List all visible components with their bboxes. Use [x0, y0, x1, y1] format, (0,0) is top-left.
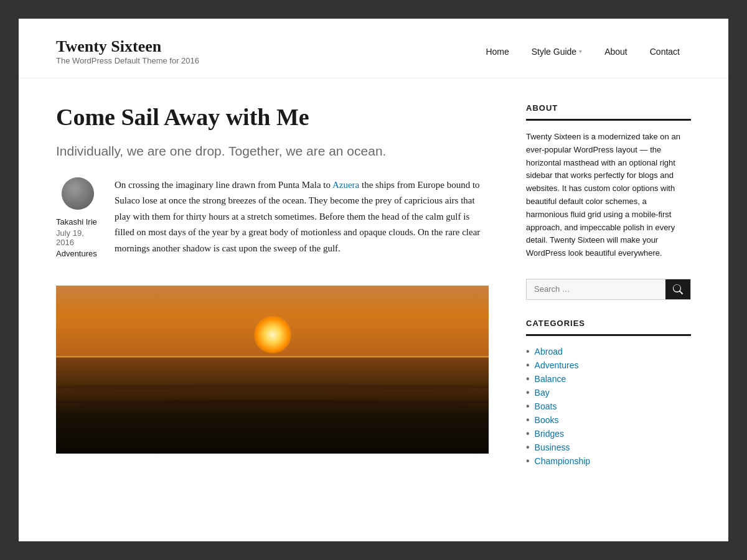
- category-link[interactable]: Bridges: [535, 429, 564, 439]
- nav-item-about[interactable]: About: [593, 40, 639, 63]
- water-reflection: [56, 358, 489, 454]
- post-body-row: Takashi Irie July 19, 2016 Adventures On…: [56, 177, 489, 271]
- search-form[interactable]: [526, 279, 691, 300]
- site-header: Twenty Sixteen The WordPress Default The…: [19, 19, 728, 78]
- category-link[interactable]: Bay: [535, 388, 550, 398]
- nav-link-contact[interactable]: Contact: [639, 40, 691, 63]
- list-item: •Abroad: [526, 346, 691, 357]
- site-branding: Twenty Sixteen The WordPress Default The…: [56, 37, 199, 65]
- nav-item-contact[interactable]: Contact: [639, 40, 691, 63]
- sun-glow: [254, 316, 291, 353]
- nav-link-about[interactable]: About: [593, 40, 639, 63]
- list-item: •Business: [526, 442, 691, 453]
- post-image: [56, 286, 489, 454]
- horizon-line: [56, 356, 489, 357]
- post-title: Come Sail Away with Me: [56, 103, 489, 132]
- category-bullet: •: [526, 414, 530, 426]
- category-link[interactable]: Balance: [535, 374, 566, 384]
- post-meta: Takashi Irie July 19, 2016 Adventures: [56, 215, 100, 258]
- post-body: On crossing the imaginary line drawn fro…: [115, 177, 489, 271]
- search-input[interactable]: [527, 279, 665, 299]
- search-button[interactable]: [665, 279, 690, 299]
- list-item: •Bridges: [526, 428, 691, 439]
- post-body-text-before-link: On crossing the imaginary line drawn fro…: [115, 180, 332, 190]
- category-bullet: •: [526, 387, 530, 398]
- avatar-image: [62, 177, 94, 210]
- nav-link-home[interactable]: Home: [474, 40, 520, 63]
- list-item: •Boats: [526, 401, 691, 412]
- category-link[interactable]: Boats: [535, 401, 557, 411]
- list-item: •Bay: [526, 387, 691, 398]
- nav-item-style-guide[interactable]: Style Guide ▾: [520, 40, 593, 63]
- category-link[interactable]: Championship: [535, 456, 591, 466]
- list-item: •Books: [526, 414, 691, 426]
- category-link[interactable]: Abroad: [535, 347, 563, 357]
- sidebar-about-text: Twenty Sixteen is a modernized take on a…: [526, 131, 691, 260]
- category-bullet: •: [526, 455, 530, 467]
- nav-item-home[interactable]: Home: [474, 40, 520, 63]
- sidebar-categories-title: CATEGORIES: [526, 319, 691, 336]
- main-content: Come Sail Away with Me Individually, we …: [56, 103, 489, 485]
- main-nav: Home Style Guide ▾ About Contact: [474, 40, 691, 63]
- site-content: Come Sail Away with Me Individually, we …: [19, 78, 728, 510]
- sidebar-about-section: ABOUT Twenty Sixteen is a modernized tak…: [526, 103, 691, 260]
- post-date: July 19, 2016: [56, 228, 100, 247]
- category-link[interactable]: Books: [535, 415, 559, 425]
- site-description: The WordPress Default Theme for 2016: [56, 56, 199, 65]
- page-frame: Twenty Sixteen The WordPress Default The…: [19, 19, 728, 541]
- list-item: •Adventures: [526, 360, 691, 371]
- category-link[interactable]: Adventures: [535, 360, 579, 370]
- nav-link-style-guide[interactable]: Style Guide ▾: [520, 40, 593, 63]
- azuera-link[interactable]: Azuera: [332, 180, 359, 190]
- post-article: Come Sail Away with Me Individually, we …: [56, 103, 489, 454]
- category-link[interactable]: Business: [535, 442, 570, 452]
- chevron-down-icon: ▾: [579, 48, 582, 55]
- categories-list: •Abroad•Adventures•Balance•Bay•Boats•Boo…: [526, 346, 691, 467]
- sidebar: ABOUT Twenty Sixteen is a modernized tak…: [526, 103, 691, 485]
- post-category: Adventures: [56, 249, 100, 258]
- author-name: Takashi Irie: [56, 217, 100, 226]
- search-icon: [673, 284, 683, 294]
- category-bullet: •: [526, 428, 530, 439]
- site-title: Twenty Sixteen: [56, 37, 199, 56]
- category-bullet: •: [526, 373, 530, 385]
- wave1: [56, 385, 489, 390]
- list-item: •Balance: [526, 373, 691, 385]
- category-bullet: •: [526, 346, 530, 357]
- post-body-text-after-link: the ships from Europe bound to Sulaco lo…: [115, 180, 480, 253]
- category-bullet: •: [526, 442, 530, 453]
- category-bullet: •: [526, 360, 530, 371]
- list-item: •Championship: [526, 455, 691, 467]
- sidebar-categories-section: CATEGORIES •Abroad•Adventures•Balance•Ba…: [526, 319, 691, 467]
- post-subtitle: Individually, we are one drop. Together,…: [56, 142, 489, 160]
- category-bullet: •: [526, 401, 530, 412]
- avatar: [62, 177, 94, 210]
- sidebar-about-title: ABOUT: [526, 103, 691, 121]
- sidebar-search-section: [526, 279, 691, 300]
